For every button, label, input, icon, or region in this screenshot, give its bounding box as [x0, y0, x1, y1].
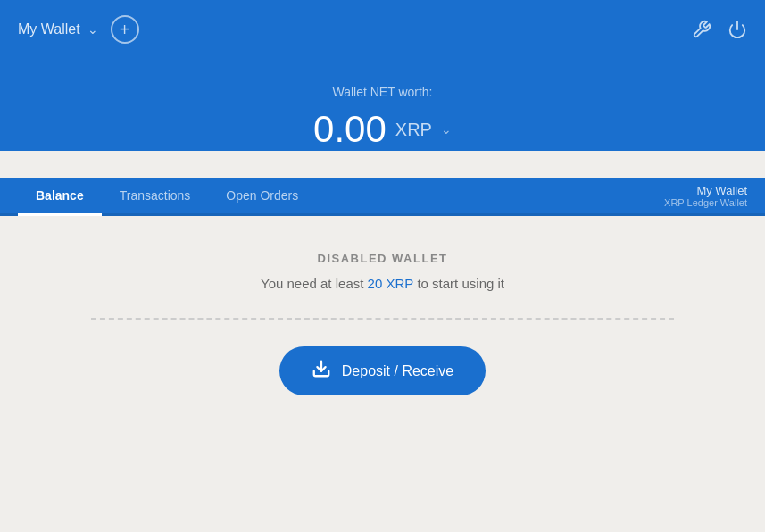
- deposit-icon: [312, 359, 331, 383]
- tabs-right: My Wallet XRP Ledger Wallet: [664, 184, 747, 208]
- dashed-divider: [91, 318, 675, 320]
- wallet-selector[interactable]: My Wallet ⌄: [18, 21, 98, 37]
- wallet-display-name: My Wallet: [664, 184, 747, 197]
- power-icon-button[interactable]: [728, 20, 747, 39]
- tabs-bar: Balance Transactions Open Orders My Wall…: [0, 178, 765, 216]
- deposit-button-label: Deposit / Receive: [342, 363, 453, 379]
- top-bar-right: [692, 20, 747, 39]
- net-worth-label: Wallet NET worth:: [18, 85, 747, 99]
- net-worth-value-row: 0.00 XRP ⌄: [18, 108, 747, 151]
- disabled-amount: 20 XRP: [368, 276, 414, 291]
- tab-balance[interactable]: Balance: [18, 178, 102, 216]
- content-area: DISABLED WALLET You need at least 20 XRP…: [0, 216, 765, 466]
- top-bar: My Wallet ⌄ +: [0, 0, 765, 58]
- disabled-desc-after: to start using it: [413, 276, 504, 291]
- wrench-icon: [692, 20, 711, 39]
- power-icon: [728, 20, 747, 39]
- tab-open-orders[interactable]: Open Orders: [208, 178, 316, 216]
- disabled-wallet-description: You need at least 20 XRP to start using …: [18, 276, 747, 291]
- hero-section: Wallet NET worth: 0.00 XRP ⌄: [0, 58, 765, 151]
- currency-chevron-icon[interactable]: ⌄: [441, 122, 452, 137]
- tabs-left: Balance Transactions Open Orders: [18, 178, 316, 213]
- disabled-wallet-title: DISABLED WALLET: [18, 252, 747, 265]
- tab-transactions[interactable]: Transactions: [102, 178, 209, 216]
- net-worth-currency: XRP: [395, 120, 432, 140]
- net-worth-amount: 0.00: [313, 108, 387, 151]
- deposit-receive-button[interactable]: Deposit / Receive: [279, 346, 486, 395]
- wallet-display-type: XRP Ledger Wallet: [664, 197, 747, 208]
- settings-icon-button[interactable]: [692, 20, 711, 39]
- wallet-selector-label: My Wallet: [18, 21, 80, 37]
- disabled-desc-before: You need at least: [261, 276, 368, 291]
- chevron-down-icon: ⌄: [87, 22, 98, 37]
- download-icon: [312, 359, 331, 378]
- add-wallet-button[interactable]: +: [111, 15, 139, 44]
